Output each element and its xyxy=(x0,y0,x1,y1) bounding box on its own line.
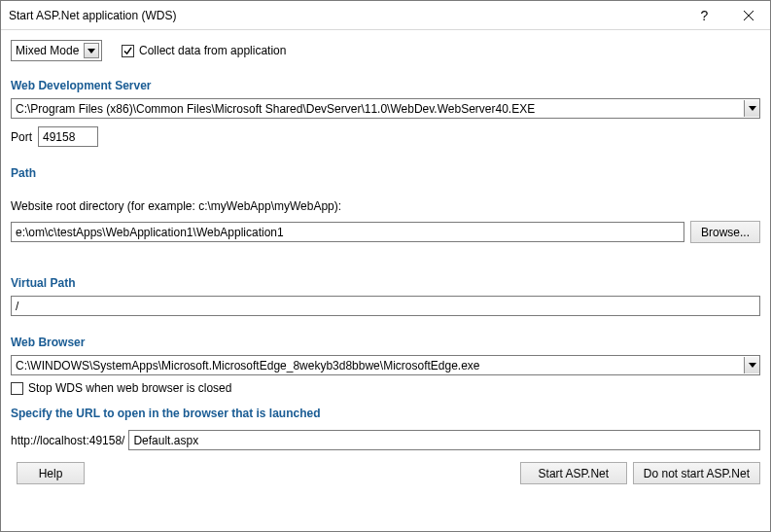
window-title: Start ASP.Net application (WDS) xyxy=(1,9,683,22)
url-page-input[interactable] xyxy=(128,430,760,450)
titlebar: Start ASP.Net application (WDS) ? xyxy=(1,1,770,30)
svg-marker-3 xyxy=(749,106,756,111)
url-static-label: http://localhost:49158/ xyxy=(11,434,124,447)
stop-wds-label: Stop WDS when web browser is closed xyxy=(28,381,231,395)
browser-executable-value: C:\WINDOWS\SystemApps\Microsoft.Microsof… xyxy=(12,359,744,372)
port-row: Port xyxy=(11,126,760,147)
check-icon xyxy=(11,382,23,395)
chevron-down-icon xyxy=(84,43,99,58)
wds-executable-value: C:\Program Files (x86)\Common Files\Micr… xyxy=(12,102,744,116)
website-root-input[interactable] xyxy=(11,222,684,242)
virtual-path-input[interactable] xyxy=(11,296,760,316)
chevron-down-icon xyxy=(744,100,759,117)
collect-data-label: Collect data from application xyxy=(139,44,286,57)
dialog-window: Start ASP.Net application (WDS) ? Mixed … xyxy=(0,0,771,532)
browse-button[interactable]: Browse... xyxy=(690,221,760,243)
svg-marker-4 xyxy=(749,363,756,368)
port-input[interactable] xyxy=(38,126,98,147)
footer-row: Help Start ASP.Net Do not start ASP.Net xyxy=(11,462,760,484)
virtual-path-heading: Virtual Path xyxy=(11,276,760,290)
url-spec-heading: Specify the URL to open in the browser t… xyxy=(11,407,760,420)
stop-wds-checkbox[interactable]: Stop WDS when web browser is closed xyxy=(11,381,760,395)
help-button[interactable]: Help xyxy=(17,462,85,484)
path-heading: Path xyxy=(11,166,760,180)
close-icon[interactable] xyxy=(726,1,770,30)
browser-executable-combo[interactable]: C:\WINDOWS\SystemApps\Microsoft.Microsof… xyxy=(11,355,760,375)
wds-heading: Web Development Server xyxy=(11,79,760,92)
do-not-start-button[interactable]: Do not start ASP.Net xyxy=(633,462,760,484)
web-browser-heading: Web Browser xyxy=(11,336,760,349)
svg-marker-2 xyxy=(88,49,95,53)
collect-data-checkbox[interactable]: Collect data from application xyxy=(122,44,286,57)
port-label: Port xyxy=(11,130,32,144)
path-hint-label: Website root directory (for example: c:\… xyxy=(11,199,760,213)
help-icon[interactable]: ? xyxy=(683,1,726,30)
path-row: Browse... xyxy=(11,221,760,243)
check-icon xyxy=(122,45,134,57)
chevron-down-icon xyxy=(744,357,759,373)
url-row: http://localhost:49158/ xyxy=(11,430,760,450)
mode-select-label: Mixed Mode xyxy=(16,44,84,57)
start-button[interactable]: Start ASP.Net xyxy=(520,462,627,484)
dialog-content: Mixed Mode Collect data from application… xyxy=(1,30,770,531)
top-row: Mixed Mode Collect data from application xyxy=(11,40,760,61)
wds-executable-combo[interactable]: C:\Program Files (x86)\Common Files\Micr… xyxy=(11,98,760,119)
mode-select[interactable]: Mixed Mode xyxy=(11,40,102,61)
